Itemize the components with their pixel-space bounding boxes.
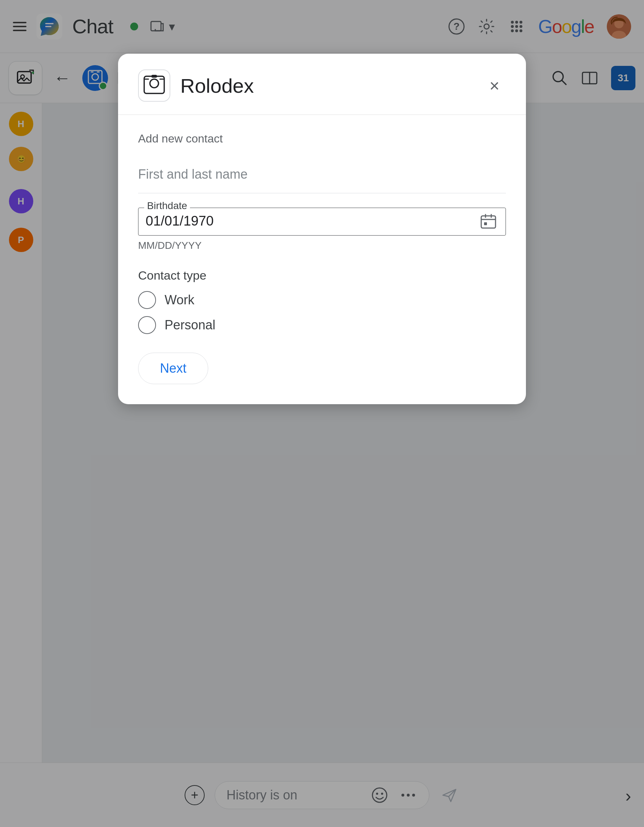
svg-rect-36 [484, 222, 487, 225]
radio-personal-label: Personal [165, 318, 215, 332]
radio-work-label: Work [165, 292, 194, 307]
svg-rect-34 [151, 75, 157, 78]
contact-type-radio-group: Work Personal [138, 291, 506, 334]
radio-personal-circle [138, 316, 156, 334]
svg-point-33 [150, 79, 159, 88]
rolodex-modal: Rolodex × Add new contact Birthdate 01/0… [118, 54, 526, 404]
name-input[interactable] [138, 155, 506, 193]
section-label: Add new contact [138, 132, 506, 145]
modal-title: Rolodex [180, 74, 473, 97]
radio-personal[interactable]: Personal [138, 316, 506, 334]
modal-close-button[interactable]: × [483, 74, 506, 97]
birthdate-label: Birthdate [144, 200, 190, 212]
calendar-picker-button[interactable] [478, 211, 498, 231]
next-button[interactable]: Next [138, 353, 208, 384]
birthdate-value[interactable]: 01/01/1970 [146, 213, 478, 229]
date-format-hint: MM/DD/YYYY [138, 240, 506, 251]
modal-overlay: Rolodex × Add new contact Birthdate 01/0… [0, 0, 644, 827]
radio-work-circle [138, 291, 156, 309]
modal-body: Add new contact Birthdate 01/01/1970 [118, 115, 526, 404]
modal-header: Rolodex × [118, 54, 526, 115]
svg-rect-35 [481, 216, 496, 228]
modal-logo [138, 69, 170, 102]
radio-work[interactable]: Work [138, 291, 506, 309]
contact-type-label: Contact type [138, 268, 506, 282]
birthdate-field: Birthdate 01/01/1970 [138, 208, 506, 236]
birthdate-input-row: 01/01/1970 [146, 211, 498, 231]
